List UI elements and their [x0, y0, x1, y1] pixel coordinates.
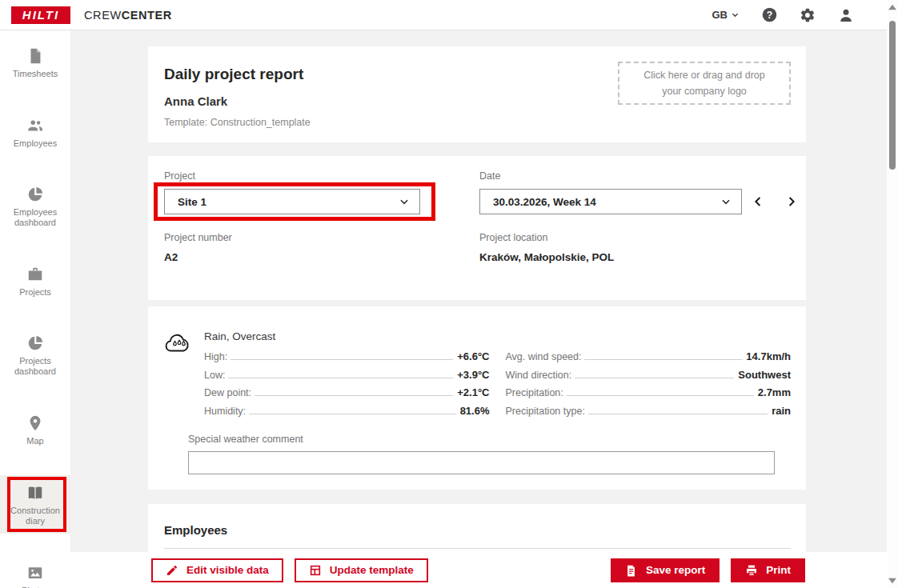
briefcase-icon [26, 266, 44, 283]
weather-row-value: 14.7km/h [746, 350, 791, 362]
weather-condition: Rain, Overcast [204, 330, 791, 342]
date-field: Date 30.03.2026, Week 14 [479, 170, 800, 214]
weather-row-dew-point: Dew point:+2.1°C [204, 386, 490, 405]
weather-right-column: Avg. wind speed:14.7km/h Wind direction:… [506, 350, 792, 422]
document-icon [26, 47, 44, 65]
project-label: Project [164, 170, 479, 182]
chevron-down-icon [399, 196, 410, 207]
footer-action-bar: Edit visible data Update template Save r… [70, 552, 887, 588]
project-location-field: Project location Kraków, Małopolskie, PO… [479, 232, 791, 263]
special-weather-comment-label: Special weather comment [188, 434, 806, 445]
report-template: Template: Construction_template [148, 108, 806, 128]
project-location-value: Kraków, Małopolskie, POL [479, 251, 791, 263]
sidebar-item-label: Timesheets [13, 69, 58, 79]
weather-row-label: Wind direction: [506, 370, 572, 381]
project-select[interactable]: Site 1 [164, 189, 420, 214]
settings-gear-icon[interactable] [799, 6, 816, 24]
weather-row-humidity: Humidity:81.6% [204, 405, 490, 423]
button-label: Edit visible data [186, 564, 269, 576]
company-logo-dropzone[interactable]: Click here or drag and drop your company… [618, 62, 791, 105]
pie-chart-icon [26, 334, 44, 352]
print-button[interactable]: Print [731, 558, 805, 582]
project-number-label: Project number [164, 232, 479, 243]
chevron-down-icon [720, 196, 732, 207]
pencil-icon [166, 563, 179, 577]
weather-row-precipitation: Precipitation:2.7mm [506, 386, 792, 405]
button-label: Print [766, 564, 791, 576]
update-template-button[interactable]: Update template [295, 558, 428, 582]
edit-visible-data-button[interactable]: Edit visible data [151, 558, 283, 582]
account-person-icon[interactable] [837, 6, 855, 24]
sidebar-item-label: Construction diary [6, 506, 64, 526]
app-title-regular: CREW [84, 9, 122, 22]
weather-row-value: +2.1°C [457, 386, 489, 398]
weather-row-label: Precipitation: [506, 387, 563, 398]
vertical-scrollbar[interactable] [887, 0, 898, 588]
weather-row-label: Avg. wind speed: [506, 351, 582, 362]
weather-row-label: Low: [204, 370, 225, 381]
sidebar-item-label: Projects dashboard [6, 356, 64, 376]
app-title-bold: CENTER [122, 9, 172, 22]
main-content: Daily project report Anna Clark Template… [70, 30, 887, 588]
project-select-value: Site 1 [178, 196, 206, 208]
sidebar-item-timesheets[interactable]: Timesheets [0, 38, 70, 87]
divider [164, 548, 791, 549]
button-label: Update template [330, 564, 414, 576]
weather-row-high: High:+6.6°C [204, 350, 490, 369]
weather-row-label: Dew point: [204, 387, 251, 398]
people-icon [26, 117, 44, 134]
next-day-button[interactable] [782, 191, 800, 212]
project-location-label: Project location [479, 232, 791, 243]
sidebar-item-label: Employees dashboard [6, 207, 64, 227]
date-label: Date [479, 170, 800, 182]
project-number-field: Project number A2 [164, 232, 479, 263]
sidebar-item-map[interactable]: Map [0, 406, 70, 454]
sidebar-item-photos[interactable]: Photos [0, 555, 70, 588]
sidebar-item-label: Map [26, 436, 43, 446]
weather-card: Rain, Overcast High:+6.6°C Low:+3.9°C De… [148, 306, 806, 490]
project-number-value: A2 [164, 251, 479, 263]
hilti-logo[interactable]: HILTI [11, 6, 70, 24]
top-bar: HILTI CREWCENTER GB ? [0, 0, 887, 30]
sidebar-item-projects[interactable]: Projects [0, 257, 70, 306]
sidebar-item-employees-dashboard[interactable]: Employees dashboard [0, 177, 70, 235]
weather-row-label: Humidity: [204, 406, 246, 417]
sidebar-item-employees[interactable]: Employees [0, 108, 70, 157]
printer-icon [745, 563, 759, 577]
project-date-card: Project Site 1 Date 30.03.2026, Week 14 [148, 156, 806, 300]
weather-row-value: 2.7mm [758, 386, 791, 398]
scrollbar-thumb[interactable] [889, 21, 896, 170]
weather-row-label: Precipitation type: [506, 406, 585, 417]
weather-row-value: rain [772, 405, 791, 417]
scroll-down-arrow[interactable] [887, 575, 898, 586]
date-select[interactable]: 30.03.2026, Week 14 [479, 189, 742, 214]
sidebar-item-projects-dashboard[interactable]: Projects dashboard [0, 326, 70, 384]
location-pin-icon [26, 414, 44, 432]
employees-section-title: Employees [148, 504, 806, 537]
date-select-value: 30.03.2026, Week 14 [493, 196, 596, 208]
weather-row-low: Low:+3.9°C [204, 369, 490, 387]
sidebar-item-label: Employees [14, 138, 57, 149]
save-report-button[interactable]: Save report [611, 558, 720, 582]
rain-cloud-icon [164, 330, 204, 422]
language-code: GB [712, 9, 728, 21]
app-title: CREWCENTER [84, 9, 172, 22]
svg-text:?: ? [766, 10, 772, 21]
weather-row-label: High: [204, 351, 227, 362]
weather-row-value: Southwest [738, 369, 791, 381]
language-selector[interactable]: GB [712, 9, 740, 21]
special-weather-comment-input[interactable] [188, 451, 775, 474]
open-book-icon [26, 484, 44, 502]
template-icon [309, 563, 323, 577]
document-icon [625, 563, 639, 577]
help-icon[interactable]: ? [760, 6, 778, 24]
sidebar: Timesheets Employees Employees dashboard… [0, 30, 70, 588]
weather-row-wind-speed: Avg. wind speed:14.7km/h [506, 350, 792, 369]
previous-day-button[interactable] [749, 191, 767, 212]
photo-icon [26, 564, 44, 582]
scroll-up-arrow[interactable] [887, 2, 898, 13]
weather-row-value: +3.9°C [457, 369, 489, 381]
sidebar-item-construction-diary[interactable]: Construction diary [0, 475, 70, 534]
sidebar-item-label: Projects [19, 287, 51, 298]
weather-row-value: +6.6°C [457, 350, 489, 362]
